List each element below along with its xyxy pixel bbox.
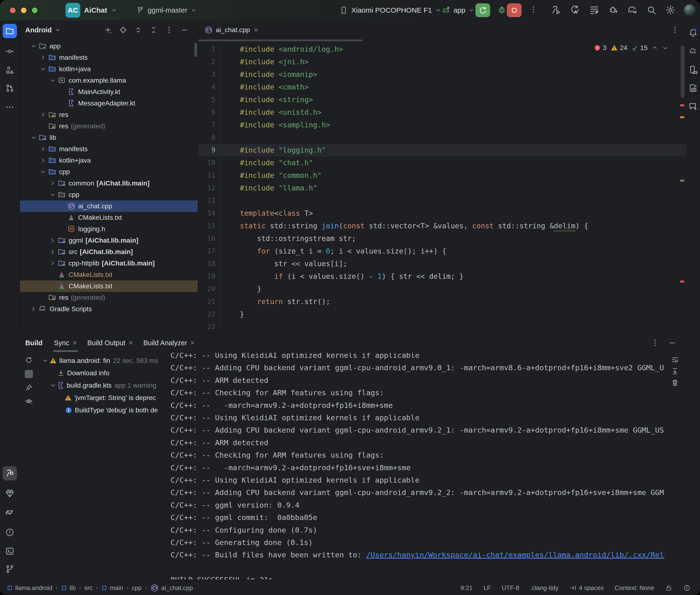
next-problem-icon[interactable] [662,45,669,51]
status-widget-utf-8[interactable]: UTF-8 [502,584,520,592]
toolbar-item-problems[interactable] [3,525,17,540]
toolbar-item-build[interactable] [3,466,17,480]
branch-selector[interactable]: ggml-master [148,6,188,14]
toolbar-item-logcat[interactable] [3,506,17,520]
tree-item-cmakelists-txt[interactable]: CMakeLists.txt [20,281,198,292]
tree-item-cmakelists-txt[interactable]: CMakeLists.txt [20,212,198,223]
hide-panel-icon[interactable] [180,26,189,34]
toolbar-item-more-tool-windows[interactable] [3,100,17,114]
add-icon[interactable] [104,26,112,34]
sync-tree-item[interactable]: build.gradle.ktsapp 1 warning [20,379,169,391]
build-tab-build-output[interactable]: Build Output× [82,333,138,353]
status-widget-context-none[interactable]: Context: None [615,584,654,592]
error-stripe-mark[interactable] [680,281,684,283]
tree-item-logging-h[interactable]: logging.h [20,223,198,235]
avatar[interactable] [684,4,696,16]
prev-problem-icon[interactable] [651,45,658,51]
close-icon[interactable]: × [129,339,133,347]
sync-tree-item[interactable]: Download info [20,367,169,379]
status-widget--clang-tidy[interactable]: .clang-tidy [530,584,559,592]
status-widget-9-21[interactable]: 9:21 [460,584,473,592]
minimize-window-button[interactable] [21,8,26,13]
status-widget-lf[interactable]: LF [483,584,491,592]
toolbar-item-terminal[interactable] [3,544,17,558]
toolbar-item-gemini[interactable] [686,100,700,114]
clear-all-icon[interactable] [671,378,679,387]
tree-item-cpp[interactable]: cpp [20,189,198,200]
breadcrumb-item[interactable]: src [84,584,93,592]
tree-item-mainactivity-kt[interactable]: MainActivity.kt [20,86,198,97]
tree-item-com-example-llama[interactable]: com.example.llama [20,75,198,86]
profiler-button[interactable] [589,4,600,16]
tree-item-app[interactable]: app [20,40,198,52]
inspections-widget[interactable]: 3 24 15 [594,42,669,54]
tree-item-kotlin-java[interactable]: kotlin+java [20,155,198,166]
close-icon[interactable]: × [73,339,77,347]
apply-changes-button[interactable] [570,4,581,16]
toolbar-item-gradle[interactable] [686,44,700,59]
toolbar-item-project[interactable] [3,24,17,38]
tree-item-cpp[interactable]: cpp [20,166,198,178]
sync-tree-item[interactable]: 'jvmTarget: String' is deprec [20,392,169,404]
project-view-selector[interactable]: Android [25,26,61,34]
run-config-selector[interactable]: app [453,6,466,14]
build-tab-build-analyzer[interactable]: Build Analyzer× [138,333,200,353]
toolbar-item-commit[interactable] [3,44,17,59]
tree-item-messageadapter-kt[interactable]: MessageAdapter.kt [20,97,198,109]
expand-all-icon[interactable] [134,26,142,34]
tree-item-res[interactable]: res(generated) [20,120,198,132]
tree-item-ai-chat-cpp[interactable]: ai_chat.cpp [20,200,198,212]
tree-item-src[interactable]: src[AiChat.lib.main] [20,246,198,258]
toolbar-item-structure[interactable] [3,63,17,77]
project-selector[interactable]: AiChat [84,6,107,14]
debug-button[interactable] [497,5,507,15]
stop-button[interactable] [507,3,522,17]
build-console[interactable]: C/C++: -- Using KleidiAI optimized kerne… [170,353,665,579]
editor-hscrollbar[interactable] [198,39,363,41]
tree-item-manifests[interactable]: manifests [20,52,198,63]
breadcrumb-item[interactable]: main [101,584,123,592]
run-options-button[interactable] [529,5,538,14]
error-stripe-mark[interactable] [680,104,684,107]
editor-options-button[interactable] [671,26,679,34]
close-window-button[interactable] [10,8,16,13]
attach-debugger-button[interactable] [608,4,619,16]
error-stripe-mark[interactable] [680,116,684,118]
device-selector[interactable]: Xiaomi POCOPHONE F1 [351,6,432,14]
toolbar-item-notifications[interactable] [686,26,700,40]
error-stripe-mark[interactable] [680,179,684,182]
kebab-icon[interactable] [165,26,173,34]
settings-button[interactable] [665,4,676,16]
code-area[interactable]: 1#include <android/log.h>2#include <jni.… [198,43,687,332]
tree-item-gradle-scripts[interactable]: Gradle Scripts [20,303,198,315]
build-project-button[interactable] [551,4,562,16]
toolbar-item-version-control[interactable] [3,562,17,576]
search-everywhere-button[interactable] [646,4,657,16]
close-icon[interactable]: × [190,339,195,347]
soft-wrap-icon[interactable] [671,356,679,364]
status-widget-alert-circle[interactable] [683,584,691,591]
zoom-window-button[interactable] [32,8,37,13]
hide-build-panel-button[interactable] [668,339,676,347]
rerun-button[interactable] [475,3,490,17]
build-options-button[interactable] [651,339,659,347]
sync-tree-item[interactable]: llama.android: fin22 sec, 583 ms [20,355,169,367]
close-icon[interactable] [253,27,259,33]
project-icon[interactable]: AC [65,3,80,18]
tree-item-res[interactable]: res(generated) [20,292,198,303]
tree-item-common[interactable]: common[AiChat.lib.main] [20,178,198,189]
project-tree-scrollbar[interactable] [194,43,197,57]
toolbar-item-device-manager[interactable] [686,63,700,77]
breadcrumb-item[interactable]: cpp [132,584,142,592]
locate-file-icon[interactable] [119,26,127,34]
tree-item-cmakelists-txt[interactable]: CMakeLists.txt [20,269,198,281]
breadcrumb-item[interactable]: llama.android [7,584,52,592]
toolbar-item-pull-requests[interactable] [3,81,17,95]
sync-tree-item[interactable]: BuildType 'debug' is both de [20,404,169,416]
tree-item-ggml[interactable]: ggml[AiChat.lib.main] [20,235,198,246]
toolbar-item-app-quality-insights[interactable] [3,486,17,501]
console-link[interactable]: /Users/hanyin/Workspace/ai-chat/examples… [366,550,665,559]
build-tool-label[interactable]: Build [25,339,43,347]
tree-item-kotlin-java[interactable]: kotlin+java [20,63,198,75]
tree-item-res[interactable]: res [20,109,198,120]
